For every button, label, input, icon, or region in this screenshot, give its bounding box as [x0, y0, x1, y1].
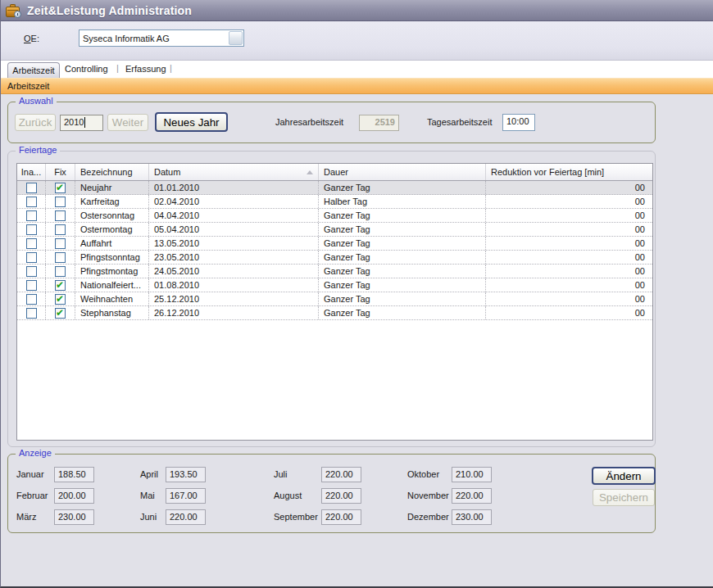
month-value-field: 210.00 — [452, 467, 492, 482]
oe-label: OE: — [24, 34, 39, 43]
holiday-name: Auffahrt — [75, 237, 149, 250]
change-button[interactable]: Ändern — [592, 467, 656, 485]
text-caret — [84, 117, 85, 128]
month-value-field: 220.00 — [321, 488, 361, 504]
table-row[interactable]: Neujahr 01.01.2010 Ganzer Tag 00 — [17, 181, 652, 195]
tab-page-arbeitszeit: Auswahl Zurück 2010 Weiter Neues Jahr Ja… — [1, 94, 713, 588]
inactive-checkbox[interactable] — [26, 210, 37, 221]
fix-checkbox[interactable] — [55, 308, 66, 319]
tab-separator: | — [116, 63, 119, 73]
fix-checkbox[interactable] — [55, 197, 66, 207]
month-label: September — [274, 512, 321, 522]
inactive-checkbox[interactable] — [26, 252, 37, 263]
column-header-bezeichnung[interactable]: Bezeichnung — [75, 164, 149, 180]
tab-arbeitszeit[interactable]: Arbeitszeit — [7, 62, 60, 78]
column-header-inactive[interactable]: Ina... — [17, 164, 46, 180]
month-label: März — [16, 512, 54, 522]
fix-checkbox[interactable] — [55, 238, 66, 249]
month-value-field: 193.50 — [166, 467, 206, 482]
holiday-name: Nationalfeiert... — [75, 278, 149, 292]
table-row[interactable]: Stephanstag 26.12.2010 Ganzer Tag 00 — [17, 306, 652, 320]
month-column-2: April193.50 Mai167.00 Juni220.00 — [140, 464, 206, 527]
inactive-checkbox[interactable] — [26, 294, 37, 305]
inactive-checkbox[interactable] — [26, 224, 37, 235]
holiday-reduction: 00 — [486, 251, 652, 264]
holiday-name: Neujahr — [75, 181, 149, 194]
save-button[interactable]: Speichern — [593, 489, 655, 506]
holiday-date: 02.04.2010 — [149, 195, 319, 208]
month-value-field: 220.00 — [321, 509, 361, 525]
holiday-reduction: 00 — [486, 223, 652, 236]
table-row[interactable]: Karfreitag 02.04.2010 Halber Tag 00 — [17, 195, 652, 209]
holiday-date: 24.05.2010 — [149, 265, 319, 278]
table-row[interactable]: Nationalfeiert... 01.08.2010 Ganzer Tag … — [17, 278, 652, 292]
month-value-field: 167.00 — [166, 488, 206, 504]
holiday-duration: Ganzer Tag — [319, 306, 486, 319]
month-label: Februar — [16, 491, 54, 500]
fix-checkbox[interactable] — [55, 280, 66, 291]
fix-checkbox[interactable] — [55, 183, 66, 193]
month-label: Juni — [140, 512, 166, 522]
next-button[interactable]: Weiter — [107, 114, 148, 131]
holiday-name: Ostersonntag — [75, 209, 149, 222]
month-column-3: Juli220.00 August220.00 September220.00 — [274, 464, 361, 527]
page-banner-label: Arbeitszeit — [7, 81, 49, 91]
holiday-reduction: 00 — [486, 195, 652, 208]
application-window: Zeit&Leistung Administration OE: Syseca … — [0, 0, 713, 588]
table-row[interactable]: Pfingstsonntag 23.05.2010 Ganzer Tag 00 — [17, 251, 652, 265]
inactive-checkbox[interactable] — [26, 280, 37, 291]
holiday-name: Ostermontag — [75, 223, 149, 236]
daily-worktime-input[interactable]: 10:00 — [502, 114, 535, 131]
holiday-duration: Ganzer Tag — [319, 209, 486, 222]
holiday-date: 01.01.2010 — [149, 181, 319, 194]
combo-dropdown-button[interactable] — [229, 31, 243, 45]
inactive-checkbox[interactable] — [26, 308, 37, 319]
month-label: November — [407, 491, 452, 500]
holiday-date: 13.05.2010 — [149, 237, 319, 250]
fix-checkbox[interactable] — [55, 224, 66, 235]
oe-combobox[interactable]: Syseca Informatik AG — [79, 29, 244, 47]
auswahl-legend: Auswahl — [16, 96, 57, 106]
holiday-date: 25.12.2010 — [149, 292, 319, 305]
month-column-1: Januar188.50 Februar200.00 März230.00 — [16, 464, 94, 527]
inactive-checkbox[interactable] — [26, 197, 37, 207]
new-year-button[interactable]: Neues Jahr — [155, 112, 228, 132]
inactive-checkbox[interactable] — [26, 238, 37, 249]
column-header-dauer[interactable]: Dauer — [319, 164, 486, 180]
holiday-name: Weihnachten — [75, 292, 149, 305]
table-row[interactable]: Pfingstmontag 24.05.2010 Ganzer Tag 00 — [17, 265, 652, 278]
window-title: Zeit&Leistung Administration — [27, 4, 192, 17]
table-row[interactable]: Weihnachten 25.12.2010 Ganzer Tag 00 — [17, 292, 652, 306]
table-row[interactable]: Auffahrt 13.05.2010 Ganzer Tag 00 — [17, 237, 652, 251]
tab-strip: Arbeitszeit Controlling | Erfassung | — [1, 61, 713, 78]
month-value-field: 220.00 — [321, 467, 361, 482]
month-label: Januar — [16, 469, 54, 479]
back-button[interactable]: Zurück — [15, 114, 56, 131]
inactive-checkbox[interactable] — [26, 183, 37, 193]
holiday-reduction: 00 — [486, 237, 652, 250]
tab-erfassung[interactable]: Erfassung — [125, 64, 166, 74]
fix-checkbox[interactable] — [55, 252, 66, 263]
holiday-name: Pfingstmontag — [75, 265, 149, 278]
anzeige-legend: Anzeige — [16, 448, 55, 458]
annual-worktime-value: 2519 — [359, 115, 399, 131]
holiday-name: Pfingstsonntag — [75, 251, 149, 264]
holiday-duration: Ganzer Tag — [319, 292, 486, 305]
holiday-name: Stephanstag — [75, 306, 149, 319]
fix-checkbox[interactable] — [55, 210, 66, 221]
fix-checkbox[interactable] — [55, 266, 66, 277]
inactive-checkbox[interactable] — [26, 266, 37, 277]
sort-ascending-icon — [307, 170, 313, 174]
month-value-field: 200.00 — [54, 488, 94, 504]
holiday-duration: Halber Tag — [319, 195, 486, 208]
column-header-fix[interactable]: Fix — [46, 164, 75, 180]
column-header-datum[interactable]: Datum — [149, 164, 319, 180]
fix-checkbox[interactable] — [55, 294, 66, 305]
tab-controlling[interactable]: Controlling — [65, 64, 108, 74]
column-header-reduktion[interactable]: Reduktion vor Feiertag [min] — [486, 164, 652, 180]
holiday-duration: Ganzer Tag — [319, 278, 486, 292]
table-row[interactable]: Ostersonntag 04.04.2010 Ganzer Tag 00 — [17, 209, 652, 223]
year-input[interactable]: 2010 — [60, 115, 103, 131]
table-row[interactable]: Ostermontag 05.04.2010 Ganzer Tag 00 — [17, 223, 652, 237]
annual-worktime-label: Jahresarbeitszeit — [275, 117, 343, 127]
